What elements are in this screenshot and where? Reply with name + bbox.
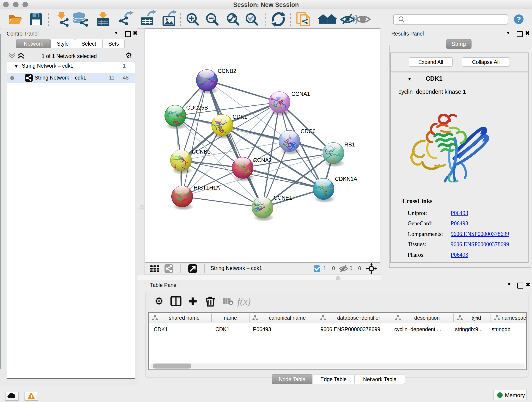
svg-text:canonical name: canonical name [269,315,306,321]
svg-text:CDKN1A: CDKN1A [335,176,357,182]
svg-text:HIST1H1A: HIST1H1A [194,185,220,191]
svg-text:⚙: ⚙ [154,295,163,307]
svg-text:CDK1: CDK1 [233,114,247,120]
svg-text:shared name: shared name [169,315,200,321]
svg-text:CCNA2: CCNA2 [253,157,272,163]
svg-text:CDC6: CDC6 [301,128,316,134]
svg-text:CCNB2: CCNB2 [218,68,236,74]
svg-text:RB1: RB1 [344,141,355,148]
svg-text:CDC25B: CDC25B [186,104,208,111]
svg-text:@id: @id [472,315,481,321]
svg-text:description: description [414,315,440,321]
svg-text:namespace: namespace [502,315,526,321]
svg-text:f(x): f(x) [237,296,251,307]
svg-text:database identifier: database identifier [337,315,380,321]
svg-text:CCNE1: CCNE1 [273,195,292,201]
svg-text:?: ? [516,15,521,23]
svg-text:name: name [224,315,237,321]
svg-text:CCNA1: CCNA1 [291,91,310,97]
svg-text:CCNB1: CCNB1 [192,148,210,155]
